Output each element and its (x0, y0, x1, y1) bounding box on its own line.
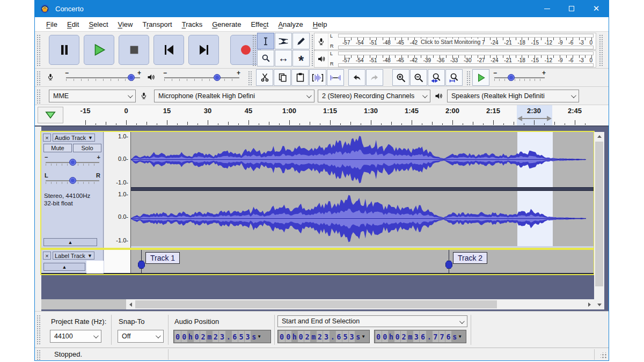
zoom-out-button[interactable] (410, 69, 427, 86)
audio-track-close-button[interactable]: × (43, 134, 51, 142)
silence-audio-button[interactable] (327, 69, 344, 86)
copy-button[interactable] (274, 69, 291, 86)
play-speed-slider[interactable]: − + (494, 73, 545, 83)
audio-track[interactable]: × Audio Track ▼ Mute Solo − + (41, 132, 594, 248)
waveform-channel-right[interactable] (131, 191, 594, 246)
zoom-in-button[interactable] (392, 69, 409, 86)
slider-thumb[interactable] (508, 74, 515, 81)
audio-position-field[interactable]: 00h02m23.653s▼ (173, 330, 271, 343)
timeline-selection-arrow[interactable] (522, 118, 547, 119)
label-track-collapse-button[interactable]: ▲ (43, 263, 85, 271)
audio-track-collapse-button[interactable]: ▲ (43, 238, 97, 246)
waveform-channel-left[interactable] (131, 132, 594, 187)
scroll-up-button[interactable] (594, 132, 604, 141)
envelope-tool-button[interactable] (275, 33, 292, 49)
device-toolbar-grip[interactable] (36, 88, 40, 104)
menu-select[interactable]: Select (84, 18, 113, 31)
undo-button[interactable] (348, 69, 365, 86)
vertical-scale-ruler[interactable]: 1.0 0.0 -1.0 1.0 0.0 -1.0 (104, 132, 131, 248)
scroll-left-button[interactable] (126, 299, 135, 309)
pan-slider[interactable]: L R (46, 176, 99, 186)
skip-to-start-button[interactable] (153, 35, 184, 65)
selection-toolbar-grip[interactable] (36, 314, 40, 345)
selection-tool-button[interactable] (257, 33, 274, 49)
label-text-box[interactable]: Track 1 (145, 252, 180, 264)
edit-toolbar-grip[interactable] (247, 70, 252, 85)
close-button[interactable]: ✕ (584, 0, 609, 17)
cut-button[interactable] (256, 69, 273, 86)
recording-meter[interactable]: LR -57-54-51-48-45-42-39-36-33-30-27-24-… (314, 33, 596, 50)
snap-to-dropdown[interactable]: Off (118, 330, 164, 343)
menu-edit[interactable]: Edit (62, 18, 84, 31)
mixer-toolbar-grip[interactable] (36, 70, 40, 85)
scroll-down-button[interactable] (594, 300, 604, 309)
zoom-selection-button[interactable] (428, 69, 445, 86)
horizontal-scrollbar[interactable] (126, 299, 594, 309)
monitoring-overlay-text[interactable]: Click to Start Monitoring (419, 39, 482, 45)
timeline-options-button[interactable] (38, 107, 63, 123)
channel-separator[interactable] (131, 187, 594, 191)
audio-host-dropdown[interactable]: MME (49, 90, 136, 102)
maximize-button[interactable] (559, 0, 584, 17)
play-button[interactable] (84, 35, 114, 65)
zoom-fit-button[interactable] (445, 69, 463, 86)
play-at-speed-button[interactable] (472, 69, 489, 86)
minimize-button[interactable] (535, 0, 559, 17)
solo-button[interactable]: Solo (73, 144, 101, 152)
scroll-right-button[interactable] (585, 299, 594, 309)
label-flag-icon[interactable] (138, 261, 145, 269)
label-track-content[interactable]: Track 1Track 2 (131, 250, 594, 273)
resize-grip[interactable] (601, 352, 607, 359)
label-flag-icon[interactable] (445, 261, 452, 269)
menu-analyze[interactable]: Analyze (273, 18, 308, 31)
project-rate-dropdown[interactable]: 44100 (50, 330, 101, 343)
meter-scale-number: -21 (504, 58, 511, 63)
menu-file[interactable]: File (41, 18, 62, 31)
menu-help[interactable]: Help (308, 18, 332, 31)
playback-device-dropdown[interactable]: Speakers (Realtek High Definiti (447, 90, 579, 102)
playback-volume-slider[interactable]: − + (164, 73, 239, 83)
stop-button[interactable] (119, 35, 149, 65)
selection-mode-dropdown[interactable]: Start and End of Selection (277, 315, 467, 327)
pause-button[interactable] (49, 35, 79, 65)
redo-button[interactable] (366, 69, 383, 86)
mute-button[interactable]: Mute (43, 144, 72, 152)
paste-button[interactable] (291, 69, 309, 86)
meter-toolbar-grip-right[interactable] (598, 34, 603, 67)
vertical-scrollbar[interactable] (594, 132, 604, 309)
timeline-ruler[interactable]: -1501530451:001:151:301:452:002:152:302:… (35, 105, 609, 127)
recording-device-dropdown[interactable]: Microphone (Realtek High Defini (154, 90, 314, 102)
menu-view[interactable]: View (113, 18, 138, 31)
label-text-box[interactable]: Track 2 (453, 252, 487, 264)
audio-track-menu[interactable]: Audio Track ▼ (53, 134, 95, 142)
recording-channels-dropdown[interactable]: 2 (Stereo) Recording Channels (318, 90, 430, 102)
horizontal-scrollbar-thumb[interactable] (135, 300, 497, 308)
menu-tracks[interactable]: Tracks (177, 18, 208, 31)
multi-tool-button[interactable]: * (292, 50, 310, 67)
label-track-close-button[interactable]: × (43, 252, 51, 260)
zoom-tool-button[interactable] (257, 50, 274, 67)
trim-audio-button[interactable] (309, 69, 326, 86)
play-at-speed-grip[interactable] (466, 70, 470, 85)
slider-thumb[interactable] (69, 159, 76, 166)
label-track-menu[interactable]: Label Track ▼ (53, 252, 94, 260)
menu-effect[interactable]: Effect (246, 18, 273, 31)
tools-toolbar-grip[interactable] (252, 34, 256, 67)
timeshift-tool-button[interactable]: ↔ (275, 50, 292, 67)
draw-tool-button[interactable] (292, 33, 310, 49)
skip-to-end-button[interactable] (188, 35, 219, 65)
gain-slider[interactable]: − + (46, 158, 99, 167)
menu-transport[interactable]: Transport (137, 18, 177, 31)
slider-thumb[interactable] (214, 74, 221, 81)
selection-end-field[interactable]: 00h02m36.776s▼ (374, 330, 466, 343)
recording-volume-slider[interactable]: − + (66, 73, 140, 83)
vertical-scrollbar-thumb[interactable] (595, 142, 603, 286)
transport-toolbar-grip[interactable] (36, 34, 40, 67)
selection-start-field[interactable]: 00h02m23.653s▼ (277, 330, 370, 343)
record-button[interactable] (230, 35, 261, 65)
slider-thumb[interactable] (69, 177, 76, 184)
playback-meter[interactable]: LR -57-54-51-48-45-42-39-36-33-30-27-24-… (314, 50, 596, 68)
label-track[interactable]: × Label Track ▼ ▲ Track 1Track 2 (41, 250, 594, 274)
menu-generate[interactable]: Generate (207, 18, 246, 31)
title-bar[interactable]: Concerto ✕ (35, 0, 609, 17)
